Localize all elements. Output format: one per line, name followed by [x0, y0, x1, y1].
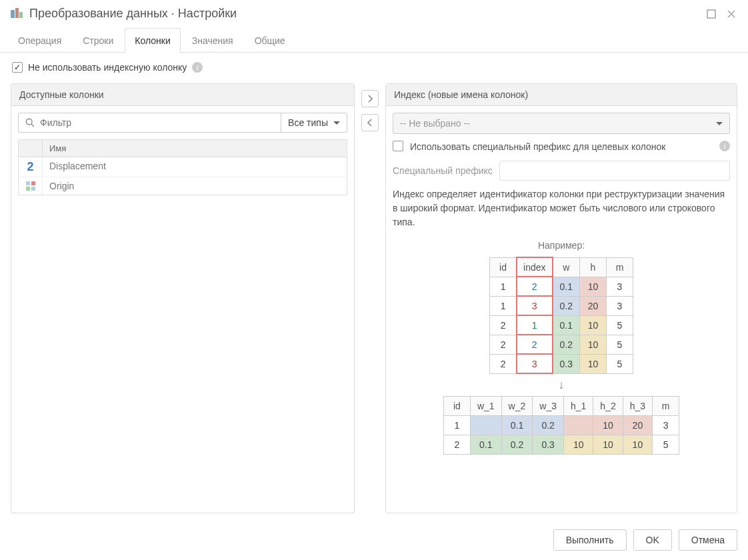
search-icon	[25, 118, 35, 127]
type-filter-label: Все типы	[288, 117, 328, 128]
example-table-top: id index w h m 1 2 0.1 10	[489, 257, 633, 374]
svg-rect-10	[26, 187, 30, 191]
tab-rows[interactable]: Строки	[73, 28, 123, 53]
app-icon	[11, 8, 23, 20]
example-label: Например:	[393, 240, 730, 251]
index-panel: Индекс (новые имена колонок) -- Не выбра…	[385, 83, 737, 513]
available-columns-panel: Доступные колонки Все типы	[11, 83, 355, 513]
move-right-button[interactable]	[361, 90, 379, 107]
index-select[interactable]: -- Не выбрано --	[393, 113, 730, 134]
tab-operation[interactable]: Операция	[8, 28, 71, 53]
content-area: Не использовать индексную колонку i Дост…	[0, 53, 748, 521]
col-header-name: Имя	[43, 140, 347, 157]
available-columns-title: Доступные колонки	[11, 84, 354, 106]
svg-rect-9	[31, 181, 35, 185]
prefix-checkbox[interactable]	[393, 141, 403, 151]
ok-button[interactable]: OK	[633, 529, 672, 551]
example-area: id index w h m 1 2 0.1 10	[393, 257, 730, 455]
filter-input[interactable]	[40, 117, 274, 128]
index-select-placeholder: -- Не выбрано --	[400, 118, 470, 129]
titlebar: Преобразование данных · Настройки	[0, 0, 748, 27]
svg-rect-1	[15, 8, 19, 18]
svg-rect-3	[707, 10, 715, 18]
svg-rect-2	[19, 12, 23, 18]
svg-rect-8	[26, 181, 30, 185]
svg-rect-0	[11, 10, 15, 18]
index-description: Индекс определяет идентификатор колонки …	[393, 187, 730, 229]
prefix-input-label: Специальный префикс	[393, 165, 493, 176]
table-row[interactable]: 2 Displacement	[19, 157, 347, 177]
numeric-icon: 2	[27, 160, 33, 174]
run-button[interactable]: Выполнить	[553, 529, 627, 551]
table-row[interactable]: Origin	[19, 177, 347, 195]
tab-general[interactable]: Общие	[245, 28, 295, 53]
columns-layout: Доступные колонки Все типы	[11, 83, 737, 513]
info-icon[interactable]: i	[719, 141, 730, 151]
dialog-footer: Выполнить OK Отмена	[0, 521, 748, 560]
filter-input-wrapper	[18, 113, 281, 133]
columns-table: Имя 2 Displacement Origin	[18, 139, 347, 195]
index-panel-title: Индекс (новые имена колонок)	[386, 84, 737, 106]
tab-values[interactable]: Значения	[182, 28, 243, 53]
no-index-checkbox-row: Не использовать индексную колонку i	[11, 61, 737, 77]
tab-columns[interactable]: Колонки	[125, 28, 180, 53]
no-index-label: Не использовать индексную колонку	[28, 62, 187, 73]
svg-point-6	[26, 119, 32, 125]
settings-dialog: Преобразование данных · Настройки Операц…	[0, 0, 748, 560]
close-icon[interactable]	[725, 8, 737, 20]
category-icon	[19, 177, 43, 195]
cancel-button[interactable]: Отмена	[679, 529, 737, 551]
column-name: Displacement	[43, 157, 347, 177]
column-name: Origin	[43, 177, 347, 195]
arrow-down-icon: ↓	[559, 378, 565, 392]
type-filter-dropdown[interactable]: Все типы	[281, 113, 347, 133]
maximize-icon[interactable]	[705, 8, 717, 20]
prefix-input[interactable]	[499, 161, 730, 181]
no-index-checkbox[interactable]	[12, 62, 23, 73]
chevron-down-icon	[333, 121, 340, 125]
move-left-button[interactable]	[361, 114, 379, 131]
chevron-down-icon	[716, 122, 723, 125]
svg-rect-11	[31, 187, 35, 191]
svg-line-7	[31, 124, 34, 127]
info-icon[interactable]: i	[192, 62, 203, 73]
tab-bar: Операция Строки Колонки Значения Общие	[0, 27, 748, 53]
example-table-bottom: id w_1 w_2 w_3 h_1 h_2 h_3 m 1	[443, 396, 679, 455]
transfer-buttons	[355, 83, 385, 513]
prefix-checkbox-label: Использовать специальный префикс для цел…	[410, 141, 713, 154]
window-title: Преобразование данных · Настройки	[29, 7, 237, 21]
